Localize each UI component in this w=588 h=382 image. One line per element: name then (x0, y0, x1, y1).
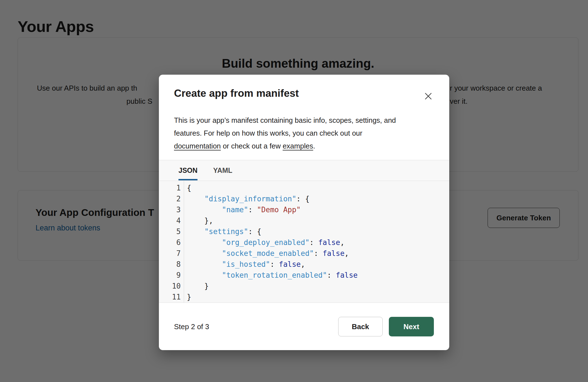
manifest-format-tabbar: JSON YAML (159, 160, 449, 181)
code-line: 5 "settings": { (159, 226, 449, 237)
code-text: "is_hosted": false, (181, 259, 305, 270)
line-number: 6 (159, 237, 181, 248)
tab-json[interactable]: JSON (178, 166, 197, 175)
close-button[interactable] (422, 90, 435, 103)
description-line: This is your app’s manifest containing b… (174, 114, 396, 127)
line-number: 4 (159, 215, 181, 226)
step-indicator: Step 2 of 3 (174, 317, 209, 336)
line-number: 8 (159, 259, 181, 270)
modal-title: Create app from manifest (174, 88, 299, 99)
description-text: . (313, 142, 315, 150)
line-number: 3 (159, 204, 181, 215)
code-text: "display_information": { (181, 194, 309, 204)
x-close-icon (424, 91, 433, 101)
line-number: 1 (159, 183, 181, 194)
examples-link[interactable]: examples (283, 142, 313, 150)
next-button[interactable]: Next (389, 317, 434, 336)
code-text: "name": "Demo App" (181, 204, 301, 215)
modal-description: This is your app’s manifest containing b… (174, 114, 396, 152)
back-button[interactable]: Back (338, 317, 383, 336)
code-text: "socket_mode_enabled": false, (181, 248, 349, 259)
manifest-code-editor[interactable]: 1{2 "display_information": {3 "name": "D… (159, 181, 449, 303)
code-line: 6 "org_deploy_enabled": false, (159, 237, 449, 248)
code-line: 3 "name": "Demo App" (159, 204, 449, 215)
line-number: 10 (159, 281, 181, 292)
code-line: 9 "token_rotation_enabled": false (159, 270, 449, 281)
code-line: 11} (159, 292, 449, 303)
line-number: 9 (159, 270, 181, 281)
code-line: 7 "socket_mode_enabled": false, (159, 248, 449, 259)
code-text: { (181, 183, 191, 194)
description-line: documentation or check out a few example… (174, 140, 396, 152)
code-line: 1{ (159, 183, 449, 194)
code-text: } (181, 281, 209, 292)
code-text: } (181, 292, 191, 303)
line-number: 7 (159, 248, 181, 259)
code-line: 10 } (159, 281, 449, 292)
description-line: features. For help on how this works, yo… (174, 127, 396, 140)
line-number: 5 (159, 226, 181, 237)
code-line: 8 "is_hosted": false, (159, 259, 449, 270)
tab-yaml[interactable]: YAML (213, 166, 232, 175)
code-line: 4 }, (159, 215, 449, 226)
line-number: 11 (159, 292, 181, 303)
code-text: }, (181, 215, 213, 226)
code-text: "token_rotation_enabled": false (181, 270, 358, 281)
code-lines: 1{2 "display_information": {3 "name": "D… (159, 183, 449, 303)
description-text: or check out a few (221, 142, 283, 150)
code-text: "org_deploy_enabled": false, (181, 237, 345, 248)
create-app-from-manifest-modal: Create app from manifest This is your ap… (159, 75, 449, 350)
code-line: 2 "display_information": { (159, 194, 449, 204)
line-number: 2 (159, 194, 181, 204)
code-text: "settings": { (181, 226, 261, 237)
documentation-link[interactable]: documentation (174, 142, 221, 150)
gutter-divider (184, 181, 184, 303)
